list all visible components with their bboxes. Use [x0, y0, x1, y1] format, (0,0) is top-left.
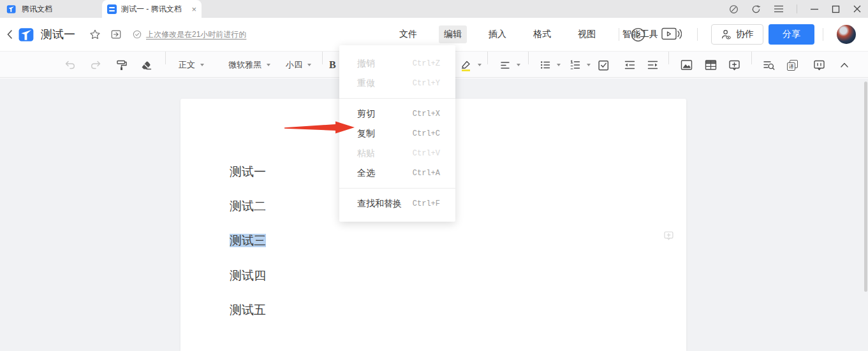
star-favorite-icon[interactable] [89, 18, 101, 51]
menu-item-find-replace[interactable]: 查找和替换Ctrl+F [339, 194, 455, 213]
insert-image-button[interactable] [680, 52, 693, 78]
doc-line-3-selected[interactable]: 测试三 [230, 232, 266, 250]
maximize-icon[interactable] [832, 5, 840, 13]
toolbar-divider [528, 52, 529, 64]
doc-tab-icon [107, 4, 117, 14]
last-modified-text[interactable]: 上次修改是在21小时前进行的 [146, 29, 246, 40]
toolbar-divider [487, 52, 488, 64]
menu-item-undo: 撤销Ctrl+Z [339, 54, 455, 73]
app-name: 腾讯文档 [22, 4, 52, 15]
outdent-button[interactable] [623, 52, 636, 78]
comments-panel-button[interactable] [813, 52, 826, 78]
user-avatar[interactable] [837, 18, 856, 51]
vertical-scrollbar[interactable] [864, 82, 867, 292]
menu-file[interactable]: 文件 [394, 25, 422, 43]
chevron-down-icon [587, 64, 591, 66]
translate-icon: 译 [787, 62, 795, 71]
app-logo-icon [6, 4, 17, 14]
header-divider [697, 18, 698, 51]
collaborate-button[interactable]: 协作 [711, 18, 763, 51]
checkbox-list-button[interactable] [597, 52, 610, 78]
find-outline-button[interactable] [762, 52, 776, 78]
menu-item-cut[interactable]: 剪切Ctrl+X [339, 104, 455, 124]
font-family-value: 微软雅黑 [228, 59, 261, 71]
bold-label: B [329, 59, 336, 71]
line-spacing-icon [499, 59, 511, 71]
present-mode-icon[interactable] [661, 18, 682, 51]
check-circle-icon [133, 30, 142, 39]
menu-hamburger-icon[interactable] [774, 4, 784, 13]
undo-button[interactable] [64, 52, 77, 78]
back-button[interactable] [6, 18, 13, 51]
chevron-down-icon [200, 64, 204, 66]
translate-button[interactable]: 译 [787, 52, 798, 78]
redo-button[interactable] [89, 52, 102, 78]
insert-comment-button[interactable] [728, 52, 741, 78]
share-button[interactable]: 分享 [769, 18, 814, 51]
minimize-icon[interactable] [810, 4, 819, 13]
toolbar-divider [165, 52, 166, 64]
font-size-dropdown[interactable]: 小四 [286, 52, 311, 78]
collaborator-icon [721, 29, 732, 40]
add-comment-hover-icon[interactable] [663, 230, 675, 244]
doc-logo-icon [18, 18, 35, 51]
toolbar-divider [668, 52, 669, 64]
format-painter-icon[interactable] [115, 52, 128, 78]
titlebar-divider [797, 4, 797, 13]
line-spacing-dropdown[interactable] [499, 52, 520, 78]
font-family-dropdown[interactable]: 微软雅黑 [228, 52, 270, 78]
menu-separator [339, 188, 455, 189]
header-divider [823, 18, 823, 51]
doc-line-4[interactable]: 测试四 [230, 267, 266, 285]
numbered-list-icon [569, 59, 582, 71]
play-demo-icon[interactable] [630, 18, 646, 51]
menu-item-paste: 粘贴Ctrl+V [339, 143, 455, 163]
menu-item-redo: 重做Ctrl+Y [339, 73, 455, 93]
highlighter-icon [459, 59, 473, 72]
highlight-color-dropdown[interactable] [459, 52, 482, 78]
edit-dropdown-menu: 撤销Ctrl+Z 重做Ctrl+Y 剪切Ctrl+X 复制Ctrl+C 粘贴Ct… [339, 45, 455, 222]
numbered-list-dropdown[interactable] [569, 52, 591, 78]
menu-view[interactable]: 视图 [573, 25, 601, 43]
tab-close-icon[interactable]: × [191, 4, 196, 14]
toolbar-divider [322, 52, 323, 64]
doc-line-2[interactable]: 测试二 [230, 197, 266, 215]
chevron-down-icon [517, 64, 520, 66]
save-status[interactable]: 上次修改是在21小时前进行的 [133, 18, 246, 51]
bullet-list-dropdown[interactable] [539, 52, 561, 78]
chevron-down-icon [557, 64, 561, 66]
paragraph-style-dropdown[interactable]: 正文 [179, 52, 204, 78]
document-tab[interactable]: 测试一 - 腾讯文档 × [102, 0, 202, 18]
refresh-icon[interactable] [751, 4, 761, 14]
doc-line-1[interactable]: 测试一 [230, 163, 266, 181]
chevron-down-icon [267, 64, 270, 66]
collaborate-label: 协作 [736, 29, 754, 40]
protect-mode-icon[interactable] [729, 4, 739, 14]
insert-table-button[interactable] [704, 52, 717, 78]
menu-edit[interactable]: 编辑 [439, 25, 467, 43]
doc-tab-title: 测试一 - 腾讯文档 [121, 4, 182, 15]
annotation-arrow [284, 120, 356, 134]
indent-button[interactable] [646, 52, 659, 78]
header-divider [619, 18, 619, 51]
window-titlebar: 腾讯文档 测试一 - 腾讯文档 × [0, 0, 868, 18]
menu-format[interactable]: 格式 [528, 25, 556, 43]
page-title: 测试一 [41, 18, 75, 51]
menu-insert[interactable]: 插入 [483, 25, 511, 43]
doc-line-5[interactable]: 测试五 [230, 301, 266, 319]
chevron-down-icon [307, 64, 311, 66]
menu-item-copy[interactable]: 复制Ctrl+C [339, 124, 455, 143]
menu-item-select-all[interactable]: 全选Ctrl+A [339, 163, 455, 183]
menu-separator [339, 98, 455, 99]
chevron-down-icon [478, 64, 482, 66]
clear-format-eraser-icon[interactable] [140, 52, 152, 78]
move-to-folder-icon[interactable] [110, 18, 122, 51]
close-icon[interactable] [853, 4, 862, 13]
bullet-list-icon [539, 59, 552, 71]
bold-button[interactable]: B [329, 52, 336, 78]
share-label: 分享 [769, 24, 814, 45]
font-size-value: 小四 [286, 59, 302, 71]
paragraph-style-value: 正文 [179, 59, 195, 71]
collapse-toolbar-button[interactable] [838, 52, 851, 78]
toolbar-divider [751, 52, 752, 64]
